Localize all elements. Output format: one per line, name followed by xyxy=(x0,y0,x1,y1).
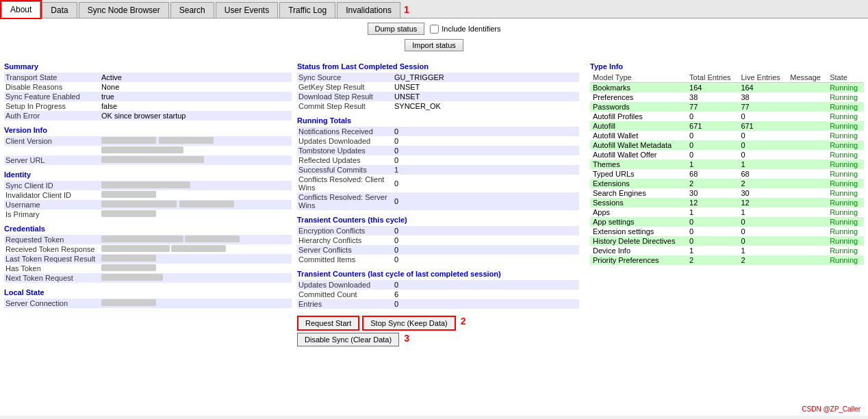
tab-user-events[interactable]: User Events xyxy=(216,2,278,18)
row-label: Requested Token xyxy=(4,235,100,244)
row-label: Download Step Result xyxy=(297,92,393,101)
row-label: Received Token Response xyxy=(4,244,100,254)
type-info-cell-total: 0 xyxy=(687,227,738,236)
row-value xyxy=(100,264,292,273)
transient-last-title: Transient Counters (last cycle of last c… xyxy=(297,270,579,278)
row-value: 0 xyxy=(393,255,579,264)
type-info-cell-live: 30 xyxy=(738,188,787,198)
type-info-cell-live: 12 xyxy=(738,198,787,207)
row-label: Entries xyxy=(297,299,393,309)
type-info-cell-message xyxy=(787,246,827,255)
row-value: 0 xyxy=(393,299,579,309)
row-value xyxy=(100,299,292,308)
type-info-cell-live: 2 xyxy=(738,255,787,265)
type-info-cell-state: Running xyxy=(827,169,864,179)
type-info-cell-model: Sessions xyxy=(590,198,687,207)
type-info-cell-total: 164 xyxy=(687,83,738,93)
table-row: Requested Token xyxy=(4,235,292,244)
row-value: 0 xyxy=(393,127,579,136)
type-info-cell-state: Running xyxy=(827,227,864,236)
row-label: Has Token xyxy=(4,264,100,273)
main-content: Dump status Include Identifiers Import s… xyxy=(0,18,868,416)
row-value: 0 xyxy=(393,175,579,192)
type-info-cell-model: Typed URLs xyxy=(590,169,687,179)
stop-sync-button[interactable]: Stop Sync (Keep Data) xyxy=(362,316,456,331)
type-info-cell-message xyxy=(787,169,827,179)
table-row: Last Token Request Result xyxy=(4,254,292,264)
table-row: Sync Feature Enabled true xyxy=(4,92,292,101)
right-column: Type Info Model Type Total Entries Live … xyxy=(590,57,864,346)
row-value: UNSET xyxy=(393,92,579,101)
row-value xyxy=(100,210,292,219)
type-info-cell-message xyxy=(787,179,827,188)
type-info-cell-model: Autofill Wallet Metadata xyxy=(590,140,687,150)
type-info-cell-state: Running xyxy=(827,102,864,112)
type-info-row: Themes11Running xyxy=(590,160,864,169)
tab-invalidations[interactable]: Invalidations xyxy=(337,2,400,18)
type-info-cell-message xyxy=(787,227,827,236)
request-start-button[interactable]: Request Start xyxy=(297,316,359,331)
type-info-cell-total: 2 xyxy=(687,179,738,188)
type-info-cell-state: Running xyxy=(827,131,864,140)
dump-status-button[interactable]: Dump status xyxy=(368,23,425,35)
type-info-cell-live: 0 xyxy=(738,217,787,227)
type-info-cell-total: 77 xyxy=(687,102,738,112)
type-info-cell-model: Bookmarks xyxy=(590,83,687,93)
include-identifiers-text: Include Identifiers xyxy=(442,25,500,33)
version-table: Client Version Server URL xyxy=(4,136,292,165)
credentials-table: Requested Token Received Token Response … xyxy=(4,235,292,283)
type-info-cell-message xyxy=(787,217,827,227)
row-label: Reflected Updates xyxy=(297,155,393,165)
row-label: Hierarchy Conflicts xyxy=(297,236,393,245)
row-value: None xyxy=(100,82,292,92)
row-label: Sync Client ID xyxy=(4,181,100,190)
type-info-cell-state: Running xyxy=(827,112,864,121)
table-row: Username xyxy=(4,200,292,210)
type-info-cell-message xyxy=(787,102,827,112)
type-info-cell-state: Running xyxy=(827,207,864,217)
row-label: Sync Feature Enabled xyxy=(4,92,100,101)
type-info-cell-live: 68 xyxy=(738,169,787,179)
running-totals-table: Notifications Received 0 Updates Downloa… xyxy=(297,127,579,210)
identity-table: Sync Client ID Invalidator Client ID Use… xyxy=(4,181,292,219)
type-info-cell-total: 671 xyxy=(687,121,738,131)
type-info-cell-message xyxy=(787,140,827,150)
type-info-cell-live: 0 xyxy=(738,150,787,160)
type-info-row: Extensions22Running xyxy=(590,179,864,188)
tab-sync-node-browser[interactable]: Sync Node Browser xyxy=(79,2,169,18)
local-state-title: Local State xyxy=(4,288,292,296)
import-status-button[interactable]: Import status xyxy=(405,39,463,51)
table-row: Transport State Active xyxy=(4,73,292,82)
row-label: Last Token Request Result xyxy=(4,254,100,264)
top-actions: Dump status Include Identifiers xyxy=(4,23,864,35)
row-label xyxy=(4,146,100,155)
tab-search[interactable]: Search xyxy=(170,2,214,18)
row-value: 0 xyxy=(393,280,579,290)
version-info-title: Version Info xyxy=(4,126,292,134)
row-label: Disable Reasons xyxy=(4,82,100,92)
type-info-cell-live: 0 xyxy=(738,112,787,121)
disable-sync-button[interactable]: Disable Sync (Clear Data) xyxy=(297,333,399,346)
tab-about[interactable]: About xyxy=(1,1,40,18)
type-info-row: Sessions1212Running xyxy=(590,198,864,207)
type-info-cell-state: Running xyxy=(827,188,864,198)
watermark: CSDN @ZP_Caller xyxy=(800,405,863,414)
table-row: Setup In Progress false xyxy=(4,101,292,111)
summary-table: Transport State Active Disable Reasons N… xyxy=(4,73,292,120)
type-info-row: Autofill Wallet Offer00Running xyxy=(590,150,864,160)
type-info-cell-state: Running xyxy=(827,150,864,160)
type-info-row: Autofill Profiles00Running xyxy=(590,112,864,121)
type-info-cell-state: Running xyxy=(827,236,864,246)
mid-column: Status from Last Completed Session Sync … xyxy=(297,57,585,346)
row-value: 0 xyxy=(393,226,579,236)
tab-data[interactable]: Data xyxy=(42,2,77,18)
type-info-cell-live: 0 xyxy=(738,227,787,236)
row-label: Server URL xyxy=(4,155,100,165)
type-info-row: Search Engines3030Running xyxy=(590,188,864,198)
credentials-title: Credentials xyxy=(4,225,292,233)
row-label: Transport State xyxy=(4,73,100,82)
type-info-cell-model: Autofill Wallet xyxy=(590,131,687,140)
row-value xyxy=(100,254,292,264)
tab-traffic-log[interactable]: Traffic Log xyxy=(279,2,335,18)
include-identifiers-checkbox[interactable] xyxy=(430,25,439,34)
